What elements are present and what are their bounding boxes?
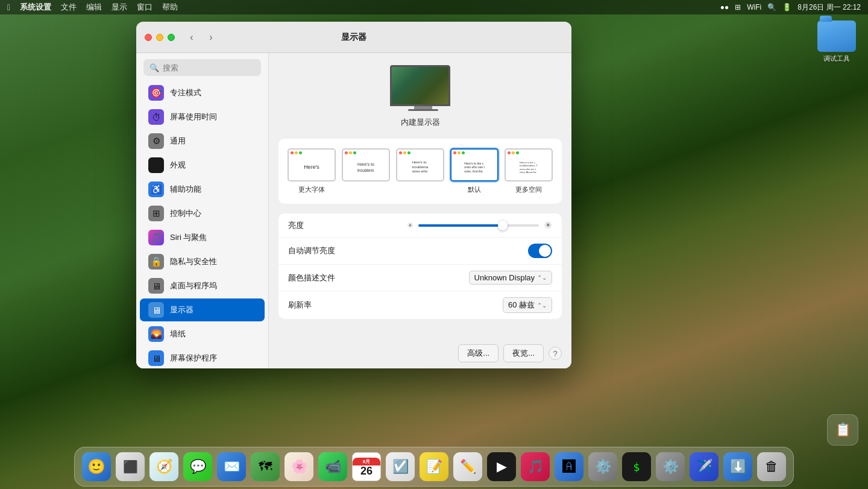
menubar:  系统设置 文件 编辑 显示 窗口 帮助 ●● ⊞ WiFi 🔍 🔋 8月26… bbox=[0, 0, 868, 14]
monitor-screen bbox=[390, 65, 450, 106]
maximize-button[interactable] bbox=[168, 34, 175, 41]
general-label: 通用 bbox=[170, 136, 186, 147]
accessibility-icon: ♿ bbox=[148, 181, 164, 197]
control-center-label: 控制中心 bbox=[170, 208, 201, 219]
screensaver-label: 屏幕保护程序 bbox=[170, 353, 217, 364]
refresh-rate-dropdown[interactable]: 60 赫兹 ⌃⌄ bbox=[503, 297, 552, 313]
dock-item-photos[interactable]: 🌸 bbox=[283, 451, 315, 482]
monitor-icon bbox=[387, 65, 453, 113]
refresh-rate-row: 刷新率 60 赫兹 ⌃⌄ bbox=[278, 291, 562, 319]
sidebar-item-control-center[interactable]: ⊞ 控制中心 bbox=[140, 202, 265, 225]
mail-icon: ✉️ bbox=[217, 452, 246, 481]
dock-item-syspref[interactable]: ⚙️ bbox=[587, 451, 618, 482]
dock-item-appstore[interactable]: 🅰 bbox=[553, 451, 585, 482]
dock-item-launchpad[interactable]: ⬛ bbox=[115, 451, 146, 482]
menubar-search[interactable]: 🔍 bbox=[767, 3, 776, 11]
slider-thumb[interactable] bbox=[498, 221, 508, 230]
privacy-icon: 🔒 bbox=[148, 254, 164, 270]
dock-item-copilot[interactable]: ✈️ bbox=[688, 451, 720, 482]
sidebar-item-general[interactable]: ⚙ 通用 bbox=[140, 130, 265, 153]
folder-icon bbox=[817, 21, 856, 52]
res-option-3[interactable]: Here's totroublemaones who bbox=[396, 148, 444, 185]
forward-button[interactable]: › bbox=[203, 31, 219, 44]
brightness-dim-icon: ☀ bbox=[407, 221, 414, 230]
minimize-button[interactable] bbox=[156, 34, 163, 41]
dock-item-terminal[interactable]: $ bbox=[621, 451, 652, 482]
sidebar-item-desktop-dock[interactable]: 🖥 桌面与程序坞 bbox=[140, 274, 265, 297]
help-button[interactable]: ? bbox=[549, 347, 562, 360]
res-option-2[interactable]: Here's totroublem bbox=[342, 148, 390, 185]
advanced-button[interactable]: 高级... bbox=[458, 344, 498, 362]
dock-item-appletv[interactable]: ▶ bbox=[486, 451, 517, 482]
sidebar-item-privacy[interactable]: 🔒 隐私与安全性 bbox=[140, 250, 265, 273]
dock-item-music[interactable]: 🎵 bbox=[520, 451, 551, 482]
menubar-battery[interactable]: 🔋 bbox=[782, 3, 791, 11]
menubar-wifi[interactable]: WiFi bbox=[747, 3, 761, 11]
sidebar-item-displays[interactable]: 🖥 显示器 bbox=[140, 298, 265, 321]
main-content: 内建显示器 Here's 更大字体 Here's totroublem bbox=[269, 53, 571, 368]
sidebar-item-appearance[interactable]: ◐ 外观 bbox=[140, 154, 265, 177]
dock-item-maps[interactable]: 🗺 bbox=[250, 451, 281, 482]
desktop-dock-label: 桌面与程序坞 bbox=[170, 280, 217, 291]
dock-item-calendar[interactable]: 8月 26 bbox=[351, 451, 382, 482]
notification-widget[interactable]: 📋 bbox=[827, 414, 858, 446]
res-preview-default: Here's to the cones who see trules. And … bbox=[450, 148, 498, 181]
maps-icon: 🗺 bbox=[251, 452, 280, 481]
dock-item-mail[interactable]: ✉️ bbox=[216, 451, 247, 482]
refresh-rate-value: 60 赫兹 bbox=[508, 300, 535, 311]
menubar-datetime[interactable]: 8月26日 周一 22:12 bbox=[797, 2, 861, 13]
auto-brightness-toggle[interactable] bbox=[528, 244, 552, 258]
night-shift-button[interactable]: 夜览... bbox=[503, 344, 544, 362]
color-profile-dropdown[interactable]: Unknown Display ⌃⌄ bbox=[469, 271, 552, 285]
terminal-icon: $ bbox=[622, 452, 651, 481]
dock-item-downloads[interactable]: ⬇️ bbox=[722, 451, 753, 482]
brightness-label: 亮度 bbox=[288, 220, 304, 231]
menubar-file[interactable]: 文件 bbox=[61, 2, 77, 13]
brightness-slider[interactable] bbox=[418, 224, 539, 227]
messages-icon: 💬 bbox=[183, 452, 212, 481]
safari-icon: 🧭 bbox=[149, 452, 178, 481]
sidebar-item-screensaver[interactable]: 🖥 屏幕保护程序 bbox=[140, 347, 265, 368]
sidebar-item-focus[interactable]: 🎯 专注模式 bbox=[140, 81, 265, 104]
display-header: 内建显示器 bbox=[269, 53, 571, 134]
dock-item-messages[interactable]: 💬 bbox=[182, 451, 213, 482]
focus-icon: 🎯 bbox=[148, 85, 164, 101]
dock-item-finder[interactable]: 🙂 bbox=[81, 451, 112, 482]
res-label-more-space: 更多空间 bbox=[515, 185, 542, 194]
menubar-control-center[interactable]: ⊞ bbox=[735, 3, 741, 11]
res-option-more-space[interactable]: Here's to the ctroublemakers. Tones who … bbox=[505, 148, 553, 194]
menubar-left:  系统设置 文件 编辑 显示 窗口 帮助 bbox=[7, 2, 178, 13]
reminders-icon: ☑️ bbox=[386, 452, 415, 481]
menubar-help[interactable]: 帮助 bbox=[162, 2, 178, 13]
launchpad-icon: ⬛ bbox=[116, 452, 145, 481]
menubar-notification-icon[interactable]: ●● bbox=[720, 3, 729, 11]
siri-icon: 🎵 bbox=[148, 230, 164, 245]
sidebar-item-siri[interactable]: 🎵 Siri 与聚焦 bbox=[140, 226, 265, 249]
dock-item-notes[interactable]: 📝 bbox=[418, 451, 450, 482]
res-option-default[interactable]: Here's to the cones who see trules. And … bbox=[450, 148, 498, 194]
search-input[interactable] bbox=[163, 63, 255, 72]
search-field[interactable]: 🔍 bbox=[143, 59, 261, 76]
syspref2-icon: ⚙️ bbox=[656, 452, 685, 481]
dock-item-trash[interactable]: 🗑 bbox=[756, 451, 787, 482]
dock-item-safari[interactable]: 🧭 bbox=[148, 451, 180, 482]
menubar-window[interactable]: 窗口 bbox=[137, 2, 153, 13]
desktop-folder-debug[interactable]: 调试工具 bbox=[817, 21, 856, 63]
back-button[interactable]: ‹ bbox=[183, 31, 200, 44]
menubar-app-name[interactable]: 系统设置 bbox=[20, 2, 51, 13]
dock-item-reminders[interactable]: ☑️ bbox=[385, 451, 416, 482]
apple-menu[interactable]:  bbox=[7, 2, 10, 12]
sidebar-item-screentime[interactable]: ⏱ 屏幕使用时间 bbox=[140, 106, 265, 128]
res-option-larger-text[interactable]: Here's 更大字体 bbox=[288, 148, 336, 194]
res-preview-more-space: Here's to the ctroublemakers. Tones who … bbox=[505, 148, 553, 181]
appearance-label: 外观 bbox=[170, 160, 186, 171]
window-nav: ‹ › bbox=[183, 31, 219, 44]
dock-item-facetime[interactable]: 📹 bbox=[317, 451, 348, 482]
close-button[interactable] bbox=[145, 34, 152, 41]
dock-item-syspref2[interactable]: ⚙️ bbox=[655, 451, 686, 482]
menubar-view[interactable]: 显示 bbox=[112, 2, 127, 13]
sidebar-item-accessibility[interactable]: ♿ 辅助功能 bbox=[140, 178, 265, 201]
sidebar-item-wallpaper[interactable]: 🌄 墙纸 bbox=[140, 323, 265, 345]
menubar-edit[interactable]: 编辑 bbox=[86, 2, 102, 13]
dock-item-freeform[interactable]: ✏️ bbox=[452, 451, 483, 482]
